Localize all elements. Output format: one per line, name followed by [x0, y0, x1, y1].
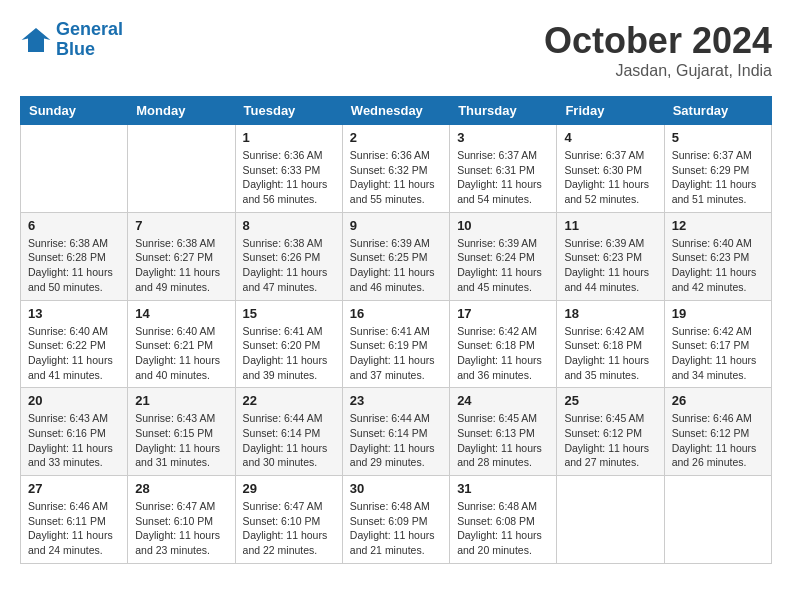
calendar-cell: 18Sunrise: 6:42 AMSunset: 6:18 PMDayligh…	[557, 300, 664, 388]
calendar-cell: 9Sunrise: 6:39 AMSunset: 6:25 PMDaylight…	[342, 212, 449, 300]
calendar-cell: 29Sunrise: 6:47 AMSunset: 6:10 PMDayligh…	[235, 476, 342, 564]
day-of-week-header: Sunday	[21, 97, 128, 125]
day-info: Sunrise: 6:44 AMSunset: 6:14 PMDaylight:…	[243, 411, 335, 470]
day-info: Sunrise: 6:47 AMSunset: 6:10 PMDaylight:…	[243, 499, 335, 558]
day-info: Sunrise: 6:42 AMSunset: 6:18 PMDaylight:…	[457, 324, 549, 383]
logo-icon	[20, 24, 52, 56]
calendar-cell: 19Sunrise: 6:42 AMSunset: 6:17 PMDayligh…	[664, 300, 771, 388]
day-of-week-header: Monday	[128, 97, 235, 125]
day-info: Sunrise: 6:47 AMSunset: 6:10 PMDaylight:…	[135, 499, 227, 558]
logo-text: General Blue	[56, 20, 123, 60]
day-info: Sunrise: 6:38 AMSunset: 6:28 PMDaylight:…	[28, 236, 120, 295]
day-info: Sunrise: 6:41 AMSunset: 6:20 PMDaylight:…	[243, 324, 335, 383]
calendar-cell: 16Sunrise: 6:41 AMSunset: 6:19 PMDayligh…	[342, 300, 449, 388]
day-number: 14	[135, 306, 227, 321]
calendar-cell: 24Sunrise: 6:45 AMSunset: 6:13 PMDayligh…	[450, 388, 557, 476]
calendar-cell: 11Sunrise: 6:39 AMSunset: 6:23 PMDayligh…	[557, 212, 664, 300]
day-of-week-header: Wednesday	[342, 97, 449, 125]
calendar-cell: 30Sunrise: 6:48 AMSunset: 6:09 PMDayligh…	[342, 476, 449, 564]
calendar-cell: 5Sunrise: 6:37 AMSunset: 6:29 PMDaylight…	[664, 125, 771, 213]
day-info: Sunrise: 6:45 AMSunset: 6:13 PMDaylight:…	[457, 411, 549, 470]
calendar-cell: 26Sunrise: 6:46 AMSunset: 6:12 PMDayligh…	[664, 388, 771, 476]
day-number: 11	[564, 218, 656, 233]
calendar-cell: 27Sunrise: 6:46 AMSunset: 6:11 PMDayligh…	[21, 476, 128, 564]
location: Jasdan, Gujarat, India	[544, 62, 772, 80]
day-info: Sunrise: 6:45 AMSunset: 6:12 PMDaylight:…	[564, 411, 656, 470]
calendar-cell	[128, 125, 235, 213]
day-number: 23	[350, 393, 442, 408]
day-info: Sunrise: 6:40 AMSunset: 6:23 PMDaylight:…	[672, 236, 764, 295]
month-title: October 2024	[544, 20, 772, 62]
calendar-cell: 13Sunrise: 6:40 AMSunset: 6:22 PMDayligh…	[21, 300, 128, 388]
calendar-cell: 20Sunrise: 6:43 AMSunset: 6:16 PMDayligh…	[21, 388, 128, 476]
day-info: Sunrise: 6:43 AMSunset: 6:16 PMDaylight:…	[28, 411, 120, 470]
day-number: 7	[135, 218, 227, 233]
day-number: 4	[564, 130, 656, 145]
day-number: 25	[564, 393, 656, 408]
day-number: 12	[672, 218, 764, 233]
day-number: 27	[28, 481, 120, 496]
calendar-cell: 28Sunrise: 6:47 AMSunset: 6:10 PMDayligh…	[128, 476, 235, 564]
day-number: 26	[672, 393, 764, 408]
calendar-cell: 31Sunrise: 6:48 AMSunset: 6:08 PMDayligh…	[450, 476, 557, 564]
day-number: 13	[28, 306, 120, 321]
calendar-cell: 8Sunrise: 6:38 AMSunset: 6:26 PMDaylight…	[235, 212, 342, 300]
day-info: Sunrise: 6:38 AMSunset: 6:26 PMDaylight:…	[243, 236, 335, 295]
day-info: Sunrise: 6:44 AMSunset: 6:14 PMDaylight:…	[350, 411, 442, 470]
day-number: 19	[672, 306, 764, 321]
day-number: 22	[243, 393, 335, 408]
calendar-cell	[21, 125, 128, 213]
day-number: 15	[243, 306, 335, 321]
day-number: 21	[135, 393, 227, 408]
calendar-cell: 1Sunrise: 6:36 AMSunset: 6:33 PMDaylight…	[235, 125, 342, 213]
calendar-cell: 15Sunrise: 6:41 AMSunset: 6:20 PMDayligh…	[235, 300, 342, 388]
day-info: Sunrise: 6:42 AMSunset: 6:18 PMDaylight:…	[564, 324, 656, 383]
page-header: General Blue October 2024 Jasdan, Gujara…	[20, 20, 772, 80]
day-of-week-header: Thursday	[450, 97, 557, 125]
day-number: 10	[457, 218, 549, 233]
day-info: Sunrise: 6:38 AMSunset: 6:27 PMDaylight:…	[135, 236, 227, 295]
calendar-cell	[557, 476, 664, 564]
day-info: Sunrise: 6:36 AMSunset: 6:32 PMDaylight:…	[350, 148, 442, 207]
calendar-header: SundayMondayTuesdayWednesdayThursdayFrid…	[21, 97, 772, 125]
day-number: 28	[135, 481, 227, 496]
day-info: Sunrise: 6:46 AMSunset: 6:11 PMDaylight:…	[28, 499, 120, 558]
calendar-cell: 4Sunrise: 6:37 AMSunset: 6:30 PMDaylight…	[557, 125, 664, 213]
calendar-table: SundayMondayTuesdayWednesdayThursdayFrid…	[20, 96, 772, 564]
day-number: 9	[350, 218, 442, 233]
day-info: Sunrise: 6:36 AMSunset: 6:33 PMDaylight:…	[243, 148, 335, 207]
day-info: Sunrise: 6:48 AMSunset: 6:09 PMDaylight:…	[350, 499, 442, 558]
day-number: 2	[350, 130, 442, 145]
day-number: 8	[243, 218, 335, 233]
title-block: October 2024 Jasdan, Gujarat, India	[544, 20, 772, 80]
day-number: 1	[243, 130, 335, 145]
logo: General Blue	[20, 20, 123, 60]
calendar-cell: 7Sunrise: 6:38 AMSunset: 6:27 PMDaylight…	[128, 212, 235, 300]
day-of-week-header: Saturday	[664, 97, 771, 125]
day-number: 16	[350, 306, 442, 321]
day-info: Sunrise: 6:39 AMSunset: 6:23 PMDaylight:…	[564, 236, 656, 295]
day-info: Sunrise: 6:42 AMSunset: 6:17 PMDaylight:…	[672, 324, 764, 383]
calendar-cell: 2Sunrise: 6:36 AMSunset: 6:32 PMDaylight…	[342, 125, 449, 213]
day-info: Sunrise: 6:40 AMSunset: 6:21 PMDaylight:…	[135, 324, 227, 383]
day-info: Sunrise: 6:48 AMSunset: 6:08 PMDaylight:…	[457, 499, 549, 558]
calendar-cell: 6Sunrise: 6:38 AMSunset: 6:28 PMDaylight…	[21, 212, 128, 300]
day-number: 24	[457, 393, 549, 408]
day-number: 6	[28, 218, 120, 233]
day-info: Sunrise: 6:39 AMSunset: 6:25 PMDaylight:…	[350, 236, 442, 295]
day-info: Sunrise: 6:40 AMSunset: 6:22 PMDaylight:…	[28, 324, 120, 383]
calendar-cell: 25Sunrise: 6:45 AMSunset: 6:12 PMDayligh…	[557, 388, 664, 476]
calendar-cell: 23Sunrise: 6:44 AMSunset: 6:14 PMDayligh…	[342, 388, 449, 476]
calendar-cell	[664, 476, 771, 564]
calendar-cell: 17Sunrise: 6:42 AMSunset: 6:18 PMDayligh…	[450, 300, 557, 388]
day-number: 3	[457, 130, 549, 145]
calendar-cell: 12Sunrise: 6:40 AMSunset: 6:23 PMDayligh…	[664, 212, 771, 300]
day-info: Sunrise: 6:43 AMSunset: 6:15 PMDaylight:…	[135, 411, 227, 470]
day-number: 29	[243, 481, 335, 496]
day-number: 31	[457, 481, 549, 496]
calendar-cell: 22Sunrise: 6:44 AMSunset: 6:14 PMDayligh…	[235, 388, 342, 476]
day-number: 20	[28, 393, 120, 408]
calendar-cell: 14Sunrise: 6:40 AMSunset: 6:21 PMDayligh…	[128, 300, 235, 388]
calendar-cell: 21Sunrise: 6:43 AMSunset: 6:15 PMDayligh…	[128, 388, 235, 476]
day-number: 18	[564, 306, 656, 321]
